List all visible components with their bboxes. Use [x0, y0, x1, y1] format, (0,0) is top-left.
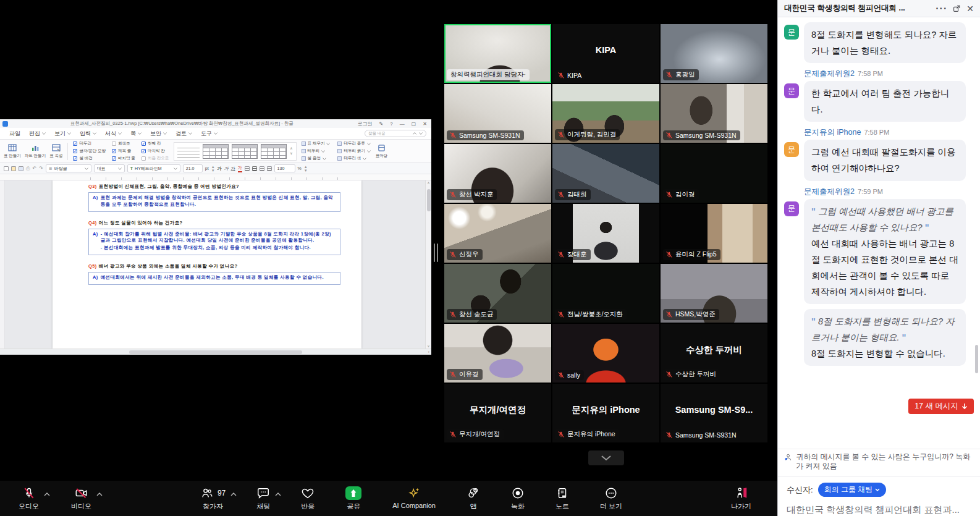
panel-drag-handle[interactable] — [434, 243, 438, 262]
video-tile[interactable]: 창의력챔피언대회 담당자· — [444, 24, 551, 83]
menu-4[interactable]: 서식 — [101, 130, 126, 138]
align-right-icon[interactable] — [260, 166, 264, 171]
ribbon-button-0[interactable]: 표 만들기 — [4, 143, 21, 159]
open-folder-icon[interactable] — [11, 166, 16, 171]
ribbon-right-button[interactable]: 셀 음영 — [302, 156, 331, 161]
new-messages-button[interactable]: 17 새 메시지 — [908, 399, 974, 414]
video-tile[interactable]: 수상한 두꺼비수상한 두꺼비 — [661, 324, 767, 383]
edit-icon[interactable]: ✎ — [378, 121, 386, 127]
font-size-input[interactable]: 21.0 — [183, 164, 203, 172]
ribbon-right-button[interactable]: 테두리 — [302, 148, 331, 154]
video-tile[interactable]: 김이경 — [661, 144, 767, 203]
italic-button[interactable]: 가 — [224, 166, 229, 172]
ribbon-right-button[interactable]: 표 채우기 — [302, 141, 331, 146]
font-select[interactable]: THY헤드라인M — [127, 164, 180, 172]
toolbar-video-button[interactable]: 비디오 — [71, 486, 91, 511]
table-style-thumbnail[interactable] — [232, 144, 258, 159]
table-style-thumbnail[interactable] — [261, 144, 287, 159]
gallery-scroll-arrows[interactable]: ∧∨ — [290, 146, 292, 155]
align-justify-icon[interactable] — [267, 166, 272, 171]
font-color-button[interactable]: 가 — [238, 165, 242, 172]
chat-input[interactable]: 대한민국 학생창의력 챔피언대회 표현과... — [787, 504, 971, 516]
ribbon-button-1[interactable]: 차트 만들기 — [25, 143, 46, 159]
document-page[interactable]: Q3)표현방법이 신체표현, 그림, 음악, 종합예술 중 어떤 방법인가요?A… — [53, 180, 361, 349]
ribbon-right-button[interactable]: 테두리 종류 — [337, 141, 370, 146]
redo-icon[interactable]: ↷ — [39, 166, 43, 171]
vertical-scrollbar-thumb[interactable] — [427, 189, 431, 211]
chevron-up-icon[interactable] — [96, 490, 103, 497]
table-option-checkbox[interactable]: ✓마지막 줄 — [112, 156, 135, 161]
close-icon[interactable]: ✕ — [966, 4, 974, 14]
table-option-checkbox[interactable]: ✓셀 배경 — [73, 156, 106, 161]
video-tile[interactable]: sally — [552, 324, 659, 383]
size-stepper[interactable]: ▲▼ — [211, 165, 215, 172]
table-option-checkbox[interactable]: ✓첫째 칸 — [142, 141, 169, 146]
close-button[interactable]: ✕ — [421, 121, 429, 127]
video-tile[interactable]: KIPAKIPA — [552, 24, 659, 83]
underline-button[interactable]: 가 — [231, 166, 235, 172]
video-tile[interactable]: 김태희 — [552, 144, 659, 203]
login-button[interactable]: 로그인 — [356, 121, 374, 127]
ribbon-button-2[interactable]: 표 속성 — [49, 143, 62, 159]
more-options-icon[interactable]: ··· — [936, 3, 947, 14]
video-tile[interactable]: 윤미의 Z Flip5 — [661, 204, 767, 263]
toolbar-chat-button[interactable]: 채팅 — [256, 486, 270, 511]
popout-icon[interactable] — [953, 4, 961, 12]
chevron-up-icon[interactable] — [275, 490, 281, 497]
video-tile[interactable]: 신정우 — [444, 204, 551, 263]
ribbon-right-button[interactable]: 테두리 색 — [337, 156, 370, 161]
table-style-gallery[interactable]: ∧∨ — [174, 142, 296, 161]
chevron-up-icon[interactable] — [230, 490, 237, 497]
menu-1[interactable]: 편집 — [25, 130, 50, 138]
menu-0[interactable]: 파일 — [5, 130, 25, 138]
horizontal-scrollbar-thumb[interactable] — [129, 350, 302, 354]
align-left-icon[interactable] — [245, 166, 250, 171]
toolbar-audio-button[interactable]: 오디오 — [19, 486, 39, 511]
table-option-checkbox[interactable]: 회색조 — [112, 141, 135, 146]
toolbar-record-button[interactable]: 녹화 — [511, 486, 525, 511]
help-icon[interactable]: ? — [388, 121, 394, 127]
print-icon[interactable]: ⎙ — [26, 166, 30, 172]
toolbar-notes-button[interactable]: 노트 — [555, 486, 569, 511]
toolbar-share-button[interactable]: 공유 — [345, 486, 361, 511]
video-tile[interactable]: Samsung SM-S931N — [444, 84, 551, 143]
video-tile[interactable]: Samsung SM-S9...Samsung SM-S931N — [661, 384, 767, 442]
align-center-icon[interactable] — [252, 166, 257, 171]
minimize-button[interactable]: — — [398, 121, 407, 127]
video-tile[interactable]: 전남/쌍봉초/오지환 — [552, 264, 659, 323]
bold-button[interactable]: 가 — [218, 166, 222, 172]
menu-2[interactable]: 보기 — [50, 130, 75, 138]
video-tile[interactable]: 이유경 — [444, 324, 551, 383]
table-style-thumbnail-dots[interactable] — [177, 145, 200, 158]
new-document-icon[interactable] — [4, 166, 9, 171]
horizontal-scrollbar[interactable]: › — [0, 349, 431, 355]
video-tile[interactable]: 창선 송도균 — [444, 264, 551, 323]
video-tile[interactable]: 문지유의 iPhone문지유의 iPhone — [552, 384, 659, 442]
video-tile[interactable]: 홍광일 — [661, 24, 767, 83]
toolbar-more-button[interactable]: 더 보기 — [600, 486, 622, 511]
toolbar-participants-button[interactable]: 97참가자 — [200, 486, 226, 511]
zoom-input[interactable]: 130 — [274, 164, 295, 172]
recipient-select[interactable]: 회의 그룹 채팅 — [818, 483, 887, 497]
video-tile[interactable]: Samsung SM-S931N — [661, 84, 767, 143]
toolbar-leave-button[interactable]: 나가기 — [731, 486, 751, 511]
zoom-stepper[interactable]: ▲▼ — [304, 165, 308, 172]
menu-8[interactable]: 도구 — [196, 130, 222, 138]
table-option-checkbox[interactable]: 처음 칸으로 — [142, 156, 169, 161]
chevron-up-icon[interactable] — [44, 490, 50, 497]
menu-7[interactable]: 검토 — [171, 130, 196, 138]
table-option-checkbox[interactable]: ✓글자/문단 모양 — [73, 148, 106, 154]
table-option-checkbox[interactable]: ✓마지막 칸 — [142, 148, 169, 154]
gallery-next-page-button[interactable] — [588, 450, 624, 465]
maximize-button[interactable]: ▢ — [410, 121, 418, 127]
save-icon[interactable] — [19, 166, 23, 171]
ribbon-right-button[interactable]: 테두리 굵기 — [337, 148, 370, 154]
toolbar-reactions-button[interactable]: 반응 — [301, 486, 315, 511]
style-set-select[interactable]: 대표 — [94, 164, 125, 172]
chat-scrollbar-thumb[interactable] — [975, 345, 978, 373]
toolbar-apps-button[interactable]: 앱 — [467, 486, 480, 511]
menu-5[interactable]: 쪽 — [126, 130, 146, 138]
video-tile[interactable]: 창선 박지훈 — [444, 144, 551, 203]
table-template-button[interactable]: 표마당 — [376, 144, 388, 159]
video-tile[interactable]: 무지개/여연정무지개/여연정 — [444, 384, 551, 442]
